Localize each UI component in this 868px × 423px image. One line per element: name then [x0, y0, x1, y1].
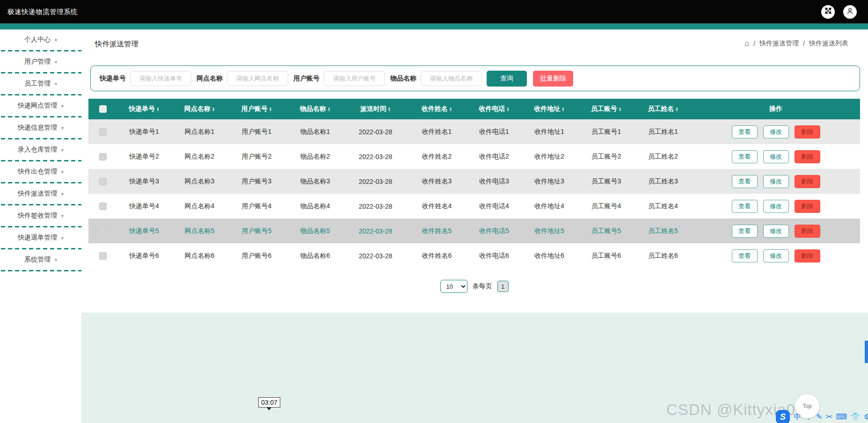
- batch-delete-button[interactable]: 批量删除: [533, 71, 573, 87]
- edit-button[interactable]: 修改: [763, 175, 789, 188]
- table-cell: 快递单号6: [117, 243, 171, 268]
- sidebar-item-label: 快递信息管理: [18, 124, 57, 132]
- delete-button[interactable]: 删除: [795, 175, 820, 188]
- header-cell[interactable]: 收件姓名▲▼: [406, 99, 467, 119]
- filter-label: 物品名称: [390, 74, 416, 83]
- table-cell: 2022-03-28: [345, 243, 406, 268]
- row-checkbox[interactable]: [99, 128, 107, 136]
- view-button[interactable]: 查看: [732, 175, 758, 188]
- row-checkbox[interactable]: [99, 203, 107, 210]
- header-cell[interactable]: 收件电话▲▼: [467, 99, 521, 119]
- ime-scissors-icon[interactable]: ✂: [826, 413, 832, 421]
- sidebar-item-label: 系统管理: [24, 255, 51, 264]
- delete-button[interactable]: 删除: [795, 225, 820, 238]
- table-cell: 员工姓名3: [635, 169, 692, 194]
- view-button[interactable]: 查看: [732, 200, 758, 213]
- view-button[interactable]: 查看: [732, 249, 758, 263]
- sidebar-item[interactable]: 快递信息管理▼: [0, 117, 82, 138]
- view-button[interactable]: 查看: [732, 150, 758, 163]
- edit-button[interactable]: 修改: [763, 200, 789, 213]
- column-label: 收件姓名: [422, 105, 448, 112]
- view-button[interactable]: 查看: [732, 225, 758, 238]
- page-number-button[interactable]: 1: [497, 281, 509, 292]
- filter-input[interactable]: [130, 71, 191, 86]
- table-cell: 网点名称4: [171, 194, 228, 219]
- cell-checkbox: [88, 119, 117, 144]
- page-size-select[interactable]: 10: [440, 280, 467, 293]
- row-checkbox[interactable]: [99, 153, 107, 160]
- ime-pencil-icon[interactable]: ✎: [816, 413, 822, 421]
- chevron-down-icon: ▼: [60, 104, 65, 109]
- cell-actions: 查看修改删除: [692, 169, 860, 194]
- header-cell[interactable]: 员工姓名▲▼: [635, 99, 692, 119]
- app-root: 极速快递物流管理系统 个人中心▼用户管理▼: [0, 0, 868, 423]
- filter-input[interactable]: [227, 71, 288, 86]
- edit-button[interactable]: 修改: [763, 225, 789, 238]
- table-cell: 收件姓名5: [406, 219, 467, 243]
- chevron-down-icon: ▼: [60, 192, 65, 197]
- breadcrumb: ⌂ / 快件派送管理 / 快件派送列表: [744, 39, 848, 48]
- chevron-down-icon: ▼: [54, 82, 58, 87]
- table-cell: 收件姓名3: [406, 169, 467, 194]
- fullscreen-button[interactable]: [821, 5, 835, 19]
- sidebar-item[interactable]: 快件派送管理▼: [0, 183, 82, 204]
- scrollbar-thumb[interactable]: [865, 341, 868, 363]
- ime-logo-icon[interactable]: S: [776, 410, 790, 423]
- filter-input[interactable]: [324, 71, 385, 86]
- view-button[interactable]: 查看: [732, 125, 758, 139]
- table-cell: 收件地址1: [521, 119, 578, 144]
- ime-skin-icon[interactable]: 👕: [851, 413, 860, 421]
- query-button[interactable]: 查询: [487, 71, 527, 87]
- home-icon[interactable]: ⌂: [744, 40, 749, 47]
- fullscreen-icon: [824, 7, 832, 16]
- header-cell[interactable]: 员工账号▲▼: [578, 99, 635, 119]
- accent-strip: [0, 23, 868, 29]
- breadcrumb-item[interactable]: 快件派送列表: [809, 39, 848, 48]
- user-button[interactable]: [843, 5, 857, 19]
- header-cell[interactable]: 用户账号▲▼: [228, 99, 285, 119]
- row-checkbox[interactable]: [99, 178, 107, 185]
- table-cell: 收件姓名1: [406, 119, 467, 144]
- edit-button[interactable]: 修改: [763, 150, 789, 163]
- ime-punctuation-icon[interactable]: ，: [805, 413, 812, 421]
- ime-settings-icon[interactable]: ⚙: [864, 413, 868, 421]
- column-label: 网点名称: [184, 105, 211, 112]
- table-cell: 快递单号4: [117, 194, 171, 219]
- sidebar-item[interactable]: 员工管理▼: [0, 73, 82, 94]
- row-checkbox[interactable]: [99, 227, 107, 235]
- row-checkbox[interactable]: [99, 252, 107, 260]
- table-cell: 2022-03-28: [345, 144, 406, 169]
- delete-button[interactable]: 删除: [795, 150, 820, 163]
- filter-input[interactable]: [421, 71, 482, 86]
- cell-checkbox: [88, 144, 117, 169]
- header-cell[interactable]: 派送时间▲▼: [345, 99, 406, 119]
- sidebar-item[interactable]: 用户管理▼: [0, 51, 82, 72]
- delete-button[interactable]: 删除: [795, 200, 820, 213]
- sidebar-item[interactable]: 快递网点管理▼: [0, 95, 82, 116]
- edit-button[interactable]: 修改: [763, 125, 789, 139]
- table-cell: 2022-03-28: [345, 169, 406, 194]
- edit-button[interactable]: 修改: [763, 249, 789, 263]
- sidebar-item[interactable]: 快递退单管理▼: [0, 227, 82, 248]
- ime-keyboard-icon[interactable]: ⌨: [836, 413, 847, 421]
- sidebar-item[interactable]: 录入仓库管理▼: [0, 139, 82, 160]
- delete-button[interactable]: 删除: [795, 249, 820, 263]
- header-cell[interactable]: 收件地址▲▼: [521, 99, 578, 119]
- breadcrumb-item[interactable]: 快件派送管理: [759, 39, 799, 48]
- sidebar-item[interactable]: 快件出仓管理▼: [0, 161, 82, 182]
- sort-icon: ▲▼: [449, 107, 452, 112]
- table-row: 快递单号6网点名称6用户账号6物品名称62022-03-28收件姓名6收件电话6…: [88, 243, 860, 268]
- sidebar-item[interactable]: 快件签收管理▼: [0, 205, 82, 226]
- table-cell: 收件电话1: [467, 119, 521, 144]
- ime-chinese-mode-icon[interactable]: 中: [794, 413, 801, 421]
- header-cell[interactable]: 快递单号▲▼: [117, 99, 171, 119]
- sidebar-item[interactable]: 系统管理▼: [0, 249, 82, 270]
- header-cell[interactable]: 物品名称▲▼: [285, 99, 345, 119]
- header-cell[interactable]: 网点名称▲▼: [171, 99, 228, 119]
- sort-icon: ▲▼: [156, 107, 159, 112]
- sidebar-item[interactable]: 个人中心▼: [0, 29, 82, 50]
- delete-button[interactable]: 删除: [795, 125, 820, 139]
- select-all-checkbox[interactable]: [99, 105, 107, 113]
- filter-label: 网点名称: [197, 74, 223, 83]
- table-row: 快递单号5网点名称5用户账号5物品名称52022-03-28收件姓名5收件电话5…: [88, 219, 860, 243]
